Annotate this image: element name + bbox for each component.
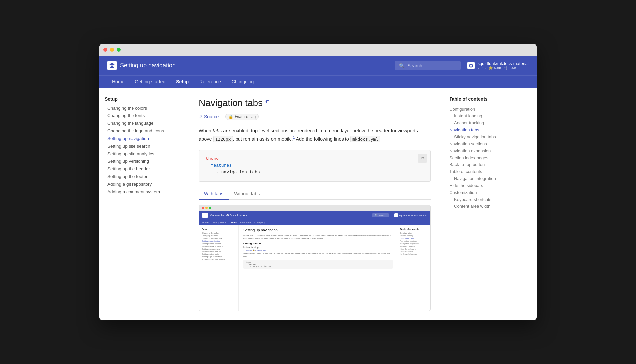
repo-stats: 7.0.5 ⭐ 5.8k 🍴 1.5k: [477, 66, 516, 70]
mini-sidebar-title: Setup: [202, 228, 236, 230]
tab-with-tabs[interactable]: With tabs: [199, 188, 229, 200]
mini-minimize: [205, 207, 208, 209]
sidebar-item-logo[interactable]: Changing the logo and icons: [105, 127, 180, 135]
mini-toc-toc: Table of contents: [400, 245, 428, 248]
mini-toc-nav-expansion: Navigation expansion: [400, 242, 428, 245]
sidebar-item-header[interactable]: Setting up the header: [105, 165, 180, 173]
toc-configuration[interactable]: Configuration: [450, 106, 515, 113]
sidebar-item-navigation[interactable]: Setting up navigation: [105, 135, 180, 142]
titlebar: [99, 44, 537, 56]
toc-anchor-tracking[interactable]: Anchor tracking: [450, 119, 515, 126]
mini-sidebar-analytics: Setting up site analytics: [202, 245, 236, 248]
mini-toc-title: Table of contents: [400, 228, 428, 230]
mini-body-text: A clear and concise navigation structure…: [243, 234, 393, 240]
maximize-button[interactable]: [117, 48, 121, 52]
source-icon: ↗: [199, 114, 203, 119]
source-link[interactable]: ↗ Source: [199, 114, 219, 119]
repo-version: 7.0.5: [477, 66, 485, 70]
mini-repo: squidfunk/mkdocs-material: [394, 213, 427, 217]
mini-sidebar-fonts: Changing the fonts: [202, 234, 236, 237]
mini-toc-nav-sections: Navigation sections: [400, 240, 428, 242]
nav-tab-changelog[interactable]: Changelog: [227, 76, 259, 88]
sidebar: Setup Changing the colors Changing the f…: [99, 88, 186, 321]
repo-info[interactable]: squidfunk/mkdocs-material 7.0.5 ⭐ 5.8k 🍴…: [467, 61, 529, 70]
header-title: Setting up navigation: [120, 62, 176, 69]
sidebar-item-language[interactable]: Changing the language: [105, 119, 180, 127]
mini-header: Material for MkDocs Insiders 🔍 Search sq…: [199, 211, 430, 220]
mini-source-meta: ↗ Source 🔒 Feature flag: [243, 249, 393, 251]
mini-sidebar-versioning: Setting up versioning: [202, 248, 236, 250]
toc-customization[interactable]: Customization: [450, 189, 515, 196]
mini-logo-box: [202, 213, 208, 218]
nav-tab-setup[interactable]: Setup: [171, 76, 193, 88]
sidebar-section-title: Setup: [105, 96, 180, 102]
toc-navigation-tabs[interactable]: Navigation tabs: [450, 126, 515, 133]
sidebar-item-fonts[interactable]: Changing the fonts: [105, 112, 180, 119]
toc-instant-loading[interactable]: Instant loading: [450, 113, 515, 119]
search-box[interactable]: 🔍 Search: [395, 61, 461, 70]
sidebar-item-analytics[interactable]: Setting up site analytics: [105, 150, 180, 158]
mini-toc-keyboard: Keyboard shortcuts: [400, 253, 428, 255]
mini-logo-area: Material for MkDocs Insiders: [202, 213, 247, 218]
meta-line: ↗ Source · 🔒 Feature flag: [199, 114, 431, 120]
footnote-1: 1: [293, 136, 295, 139]
code-block: ⧉ theme: features: - navigation.tabs: [199, 150, 431, 182]
browser-window: Setting up navigation 🔍 Search squidfunk…: [99, 44, 537, 321]
nav-tab-reference[interactable]: Reference: [195, 76, 226, 88]
site-logo[interactable]: Setting up navigation: [107, 61, 176, 70]
sidebar-item-git[interactable]: Adding a git repository: [105, 180, 180, 188]
toc-nav-integration[interactable]: Navigation integration: [450, 175, 515, 182]
content-tabs: With tabs Without tabs: [199, 188, 431, 200]
toc-table-of-contents[interactable]: Table of contents: [450, 168, 515, 175]
mini-toc: Table of contents Configuration Instant …: [397, 225, 430, 311]
toc-nav-expansion[interactable]: Navigation expansion: [450, 147, 515, 154]
mini-sidebar-comment: Adding a comment system: [202, 258, 236, 261]
search-placeholder: Search: [407, 63, 422, 68]
minimize-button[interactable]: [110, 48, 114, 52]
sidebar-item-search[interactable]: Setting up site search: [105, 142, 180, 150]
close-button[interactable]: [103, 48, 107, 52]
mini-sidebar-colors: Changing the colors: [202, 232, 236, 234]
repo-stars: ⭐ 5.8k: [488, 66, 501, 70]
mini-sidebar-language: Changing the language: [202, 237, 236, 240]
preview-container: Material for MkDocs Insiders 🔍 Search sq…: [199, 205, 431, 311]
mini-toc-hide: Hide the sidebars: [400, 248, 428, 250]
mini-sidebar-footer: Setting up the footer: [202, 253, 236, 255]
tab-without-tabs[interactable]: Without tabs: [229, 188, 265, 200]
inline-code-2: mkdocs.yml: [350, 136, 380, 142]
copy-button[interactable]: ⧉: [418, 154, 427, 163]
code-line-2: features:: [206, 162, 424, 169]
site-header: Setting up navigation 🔍 Search squidfunk…: [99, 56, 537, 75]
repo-name: squidfunk/mkdocs-material: [477, 61, 529, 66]
nav-tab-getting-started[interactable]: Getting started: [130, 76, 170, 88]
toc-nav-sections[interactable]: Navigation sections: [450, 140, 515, 147]
mini-sidebar-navigation: Setting up navigation: [202, 240, 236, 242]
repo-icon: [467, 62, 475, 69]
mini-sidebar-git: Adding a git repository: [202, 255, 236, 258]
mini-section-config: Configuration: [243, 242, 393, 245]
toc-title: Table of contents: [450, 96, 515, 102]
inline-code-1: 1220px: [213, 136, 233, 142]
toc-back-to-top[interactable]: Back-to-top button: [450, 161, 515, 168]
body-text: When tabs are enabled, top-level section…: [199, 127, 431, 143]
anchor-icon: ¶: [265, 99, 269, 107]
toc-keyboard-shortcuts[interactable]: Keyboard shortcuts: [450, 196, 515, 203]
repo-forks: 🍴 1.5k: [504, 66, 516, 70]
sidebar-item-comment[interactable]: Adding a comment system: [105, 188, 180, 196]
mini-site-title: Material for MkDocs Insiders: [210, 214, 247, 217]
mini-close: [202, 207, 204, 209]
sidebar-item-versioning[interactable]: Setting up versioning: [105, 158, 180, 165]
toc-section-index[interactable]: Section index pages: [450, 154, 515, 161]
content-area: Navigation tabs ¶ ↗ Source · 🔒 Feature f…: [186, 88, 444, 321]
mini-sidebar-header: Setting up the header: [202, 250, 236, 253]
nav-tab-home[interactable]: Home: [107, 76, 129, 88]
sidebar-item-colors[interactable]: Changing the colors: [105, 104, 180, 112]
sidebar-item-footer[interactable]: Setting up the footer: [105, 173, 180, 180]
toc-hide-sidebars[interactable]: Hide the sidebars: [450, 182, 515, 189]
toc-content-area-width[interactable]: Content area width: [450, 203, 515, 210]
mini-nav-reference: Reference: [240, 221, 251, 224]
toc-sticky-tabs[interactable]: Sticky navigation tabs: [450, 133, 515, 140]
mini-instant-text: When instant loading is enabled, clicks …: [243, 252, 393, 258]
mini-titlebar: [199, 205, 430, 211]
feature-flag-badge: 🔒 Feature flag: [225, 114, 259, 120]
